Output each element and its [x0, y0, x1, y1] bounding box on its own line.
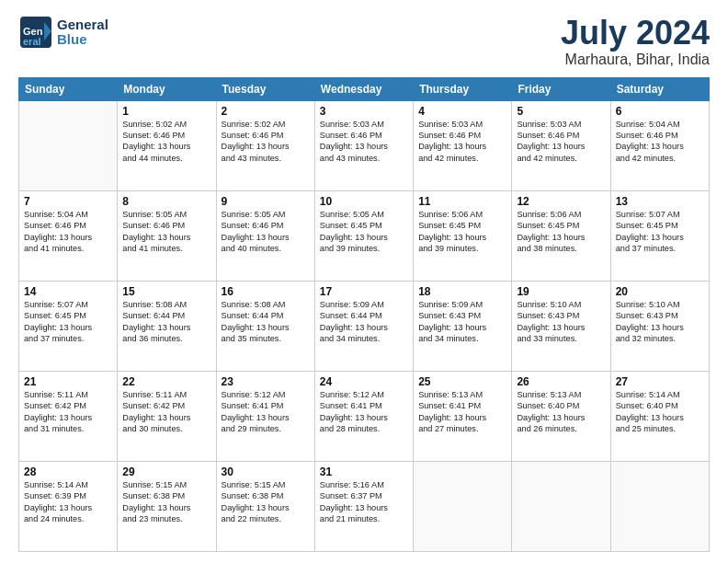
- calendar-cell: 26Sunrise: 5:13 AMSunset: 6:40 PMDayligh…: [512, 371, 610, 461]
- day-info: Sunrise: 5:11 AMSunset: 6:42 PMDaylight:…: [122, 389, 210, 435]
- calendar-week-row: 21Sunrise: 5:11 AMSunset: 6:42 PMDayligh…: [19, 371, 710, 461]
- day-number: 23: [222, 375, 310, 388]
- calendar-cell: 3Sunrise: 5:03 AMSunset: 6:46 PMDaylight…: [314, 100, 413, 190]
- day-info: Sunrise: 5:02 AMSunset: 6:46 PMDaylight:…: [222, 119, 310, 165]
- day-number: 19: [517, 285, 605, 298]
- calendar-week-row: 7Sunrise: 5:04 AMSunset: 6:46 PMDaylight…: [19, 190, 710, 281]
- day-number: 3: [320, 105, 408, 118]
- calendar-cell: 16Sunrise: 5:08 AMSunset: 6:44 PMDayligh…: [216, 281, 314, 371]
- logo-text-blue: Blue: [57, 32, 108, 48]
- logo-icon: Gen eral: [18, 15, 53, 50]
- day-number: 22: [122, 375, 210, 388]
- calendar-cell: [19, 100, 118, 190]
- calendar-cell: 30Sunrise: 5:15 AMSunset: 6:38 PMDayligh…: [216, 461, 314, 551]
- calendar-day-header: Saturday: [610, 77, 709, 100]
- day-number: 25: [418, 375, 506, 388]
- day-info: Sunrise: 5:14 AMSunset: 6:40 PMDaylight:…: [616, 389, 704, 435]
- day-number: 9: [222, 195, 310, 208]
- calendar-day-header: Wednesday: [314, 77, 413, 100]
- day-number: 2: [222, 105, 310, 118]
- day-info: Sunrise: 5:12 AMSunset: 6:41 PMDaylight:…: [320, 389, 408, 435]
- day-number: 13: [616, 195, 704, 208]
- calendar-cell: 23Sunrise: 5:12 AMSunset: 6:41 PMDayligh…: [216, 371, 314, 461]
- calendar-day-header: Sunday: [19, 77, 118, 100]
- day-number: 16: [222, 285, 310, 298]
- calendar-cell: 28Sunrise: 5:14 AMSunset: 6:39 PMDayligh…: [19, 461, 118, 551]
- header: Gen eral General Blue July 2024 Marhaura…: [18, 15, 710, 68]
- calendar-week-row: 14Sunrise: 5:07 AMSunset: 6:45 PMDayligh…: [19, 281, 710, 371]
- day-info: Sunrise: 5:07 AMSunset: 6:45 PMDaylight:…: [24, 299, 112, 345]
- day-info: Sunrise: 5:03 AMSunset: 6:46 PMDaylight:…: [418, 119, 506, 165]
- calendar-day-header: Friday: [512, 77, 610, 100]
- svg-text:eral: eral: [23, 36, 41, 47]
- day-number: 24: [320, 375, 408, 388]
- calendar-table: SundayMondayTuesdayWednesdayThursdayFrid…: [18, 77, 710, 552]
- day-number: 6: [616, 105, 704, 118]
- day-number: 28: [24, 465, 112, 478]
- calendar-cell: 10Sunrise: 5:05 AMSunset: 6:45 PMDayligh…: [314, 190, 413, 281]
- calendar-cell: 19Sunrise: 5:10 AMSunset: 6:43 PMDayligh…: [512, 281, 610, 371]
- day-info: Sunrise: 5:11 AMSunset: 6:42 PMDaylight:…: [24, 389, 112, 435]
- calendar-cell: 1Sunrise: 5:02 AMSunset: 6:46 PMDaylight…: [118, 100, 216, 190]
- day-info: Sunrise: 5:06 AMSunset: 6:45 PMDaylight:…: [418, 209, 506, 255]
- day-number: 20: [616, 285, 704, 298]
- day-info: Sunrise: 5:14 AMSunset: 6:39 PMDaylight:…: [24, 479, 112, 525]
- day-number: 15: [122, 285, 210, 298]
- day-number: 29: [122, 465, 210, 478]
- day-number: 31: [320, 465, 408, 478]
- calendar-cell: 8Sunrise: 5:05 AMSunset: 6:46 PMDaylight…: [118, 190, 216, 281]
- calendar-cell: 18Sunrise: 5:09 AMSunset: 6:43 PMDayligh…: [414, 281, 512, 371]
- day-info: Sunrise: 5:03 AMSunset: 6:46 PMDaylight:…: [517, 119, 605, 165]
- day-info: Sunrise: 5:04 AMSunset: 6:46 PMDaylight:…: [616, 119, 704, 165]
- day-number: 5: [517, 105, 605, 118]
- day-number: 26: [517, 375, 605, 388]
- day-number: 14: [24, 285, 112, 298]
- calendar-cell: 29Sunrise: 5:15 AMSunset: 6:38 PMDayligh…: [118, 461, 216, 551]
- day-info: Sunrise: 5:12 AMSunset: 6:41 PMDaylight:…: [222, 389, 310, 435]
- day-info: Sunrise: 5:13 AMSunset: 6:41 PMDaylight:…: [418, 389, 506, 435]
- day-info: Sunrise: 5:06 AMSunset: 6:45 PMDaylight:…: [517, 209, 605, 255]
- day-number: 11: [418, 195, 506, 208]
- day-info: Sunrise: 5:05 AMSunset: 6:46 PMDaylight:…: [122, 209, 210, 255]
- day-info: Sunrise: 5:13 AMSunset: 6:40 PMDaylight:…: [517, 389, 605, 435]
- calendar-cell: [414, 461, 512, 551]
- day-number: 30: [222, 465, 310, 478]
- calendar-cell: 31Sunrise: 5:16 AMSunset: 6:37 PMDayligh…: [314, 461, 413, 551]
- calendar-cell: 25Sunrise: 5:13 AMSunset: 6:41 PMDayligh…: [414, 371, 512, 461]
- calendar-cell: 11Sunrise: 5:06 AMSunset: 6:45 PMDayligh…: [414, 190, 512, 281]
- calendar-cell: 27Sunrise: 5:14 AMSunset: 6:40 PMDayligh…: [610, 371, 709, 461]
- day-info: Sunrise: 5:05 AMSunset: 6:45 PMDaylight:…: [320, 209, 408, 255]
- day-info: Sunrise: 5:03 AMSunset: 6:46 PMDaylight:…: [320, 119, 408, 165]
- calendar-cell: 14Sunrise: 5:07 AMSunset: 6:45 PMDayligh…: [19, 281, 118, 371]
- day-info: Sunrise: 5:15 AMSunset: 6:38 PMDaylight:…: [122, 479, 210, 525]
- logo: Gen eral General Blue: [18, 15, 108, 50]
- day-number: 1: [122, 105, 210, 118]
- day-info: Sunrise: 5:05 AMSunset: 6:46 PMDaylight:…: [222, 209, 310, 255]
- calendar-cell: 22Sunrise: 5:11 AMSunset: 6:42 PMDayligh…: [118, 371, 216, 461]
- day-number: 21: [24, 375, 112, 388]
- day-info: Sunrise: 5:10 AMSunset: 6:43 PMDaylight:…: [616, 299, 704, 345]
- calendar-day-header: Thursday: [414, 77, 512, 100]
- day-info: Sunrise: 5:09 AMSunset: 6:43 PMDaylight:…: [418, 299, 506, 345]
- calendar-cell: 4Sunrise: 5:03 AMSunset: 6:46 PMDaylight…: [414, 100, 512, 190]
- calendar-day-header: Tuesday: [216, 77, 314, 100]
- subtitle: Marhaura, Bihar, India: [561, 52, 710, 68]
- calendar-cell: 9Sunrise: 5:05 AMSunset: 6:46 PMDaylight…: [216, 190, 314, 281]
- calendar-cell: 2Sunrise: 5:02 AMSunset: 6:46 PMDaylight…: [216, 100, 314, 190]
- day-info: Sunrise: 5:02 AMSunset: 6:46 PMDaylight:…: [122, 119, 210, 165]
- calendar-cell: 20Sunrise: 5:10 AMSunset: 6:43 PMDayligh…: [610, 281, 709, 371]
- calendar-cell: 17Sunrise: 5:09 AMSunset: 6:44 PMDayligh…: [314, 281, 413, 371]
- day-number: 8: [122, 195, 210, 208]
- day-number: 7: [24, 195, 112, 208]
- day-number: 27: [616, 375, 704, 388]
- calendar-header-row: SundayMondayTuesdayWednesdayThursdayFrid…: [19, 77, 710, 100]
- calendar-cell: 6Sunrise: 5:04 AMSunset: 6:46 PMDaylight…: [610, 100, 709, 190]
- calendar-cell: 21Sunrise: 5:11 AMSunset: 6:42 PMDayligh…: [19, 371, 118, 461]
- day-info: Sunrise: 5:08 AMSunset: 6:44 PMDaylight:…: [222, 299, 310, 345]
- calendar-cell: 15Sunrise: 5:08 AMSunset: 6:44 PMDayligh…: [118, 281, 216, 371]
- calendar-cell: [610, 461, 709, 551]
- day-number: 18: [418, 285, 506, 298]
- main-title: July 2024: [561, 15, 710, 52]
- day-info: Sunrise: 5:07 AMSunset: 6:45 PMDaylight:…: [616, 209, 704, 255]
- logo-text-general: General: [57, 17, 108, 33]
